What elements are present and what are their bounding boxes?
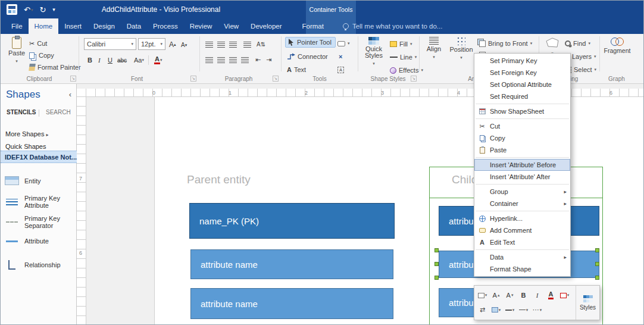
connector-button[interactable]: ⇄ bbox=[476, 304, 489, 316]
tab-developer[interactable]: Developer bbox=[245, 18, 287, 34]
selection-handle[interactable] bbox=[434, 276, 439, 280]
shape-style-button[interactable]: ▾ bbox=[476, 289, 489, 302]
align-right-button[interactable] bbox=[229, 39, 237, 50]
selection-handle[interactable] bbox=[434, 262, 439, 266]
effects-button[interactable]: Effects ▾ bbox=[390, 65, 423, 76]
text-block-tool-button[interactable]: A bbox=[337, 64, 344, 75]
align-button[interactable]: Align ▾ bbox=[422, 37, 446, 60]
shape-styles-dialog-launcher[interactable]: ↘ bbox=[411, 76, 417, 82]
menu-item-copy[interactable]: Copy bbox=[474, 132, 570, 144]
line-button[interactable]: Line ▾ bbox=[390, 52, 417, 62]
parent-entity-title[interactable]: Parent entity bbox=[187, 173, 251, 186]
arrow-style-button[interactable]: ▾ bbox=[517, 304, 530, 316]
menu-item-group[interactable]: Group▸ bbox=[474, 186, 570, 198]
tab-home[interactable]: Home bbox=[29, 18, 59, 34]
font-color-button[interactable]: A▾ bbox=[153, 55, 163, 65]
bullets-button[interactable] bbox=[243, 39, 251, 50]
tab-review[interactable]: Review bbox=[184, 18, 218, 34]
quick-shapes-link[interactable]: Quick Shapes bbox=[5, 143, 46, 150]
menu-item-edit-text[interactable]: AEdit Text bbox=[474, 236, 570, 248]
menu-item-paste[interactable]: Paste bbox=[474, 144, 570, 156]
tab-format-contextual[interactable]: Format bbox=[296, 18, 330, 34]
italic-button[interactable]: I bbox=[531, 289, 543, 302]
tab-process[interactable]: Process bbox=[147, 18, 184, 34]
format-painter-button[interactable]: Format Painter bbox=[29, 62, 81, 73]
tab-file[interactable]: File bbox=[5, 18, 29, 34]
visio-app-icon[interactable] bbox=[7, 4, 17, 15]
stencil-idef1x[interactable]: IDEF1X Database Not... bbox=[1, 151, 77, 163]
shape-gallery-button[interactable]: ▾ bbox=[337, 38, 350, 49]
shape-item-attribute[interactable]: Attribute bbox=[3, 238, 74, 245]
connection-point-tool-button[interactable]: × bbox=[339, 51, 342, 62]
clipboard-dialog-launcher[interactable]: ↘ bbox=[70, 76, 76, 82]
connector-tool-button[interactable]: Connector bbox=[287, 51, 328, 62]
align-bottom-button[interactable] bbox=[229, 55, 237, 65]
underline-button[interactable]: U bbox=[107, 55, 114, 65]
find-button[interactable]: Find ▾ bbox=[565, 38, 590, 49]
selection-handle[interactable] bbox=[595, 262, 599, 266]
font-size-select[interactable]: 12pt. ▾ bbox=[138, 38, 165, 50]
shape-item-relationship[interactable]: Relationship bbox=[3, 260, 74, 270]
change-case-button[interactable]: Aa▾ bbox=[133, 55, 145, 65]
line-button[interactable]: ▾ bbox=[504, 304, 516, 316]
menu-item-set-foreign-key[interactable]: Set Foreign Key bbox=[474, 67, 570, 79]
qat-customize-button[interactable]: ▾ bbox=[52, 7, 55, 12]
parent-entity-row-pk[interactable]: name_PK (PK) bbox=[189, 203, 395, 239]
grow-font-button[interactable]: A▴ bbox=[490, 289, 502, 302]
menu-item-add-comment[interactable]: Add Comment bbox=[474, 224, 570, 236]
align-middle-button[interactable] bbox=[217, 55, 225, 65]
menu-item-set-required[interactable]: Set Required bbox=[474, 90, 570, 102]
tab-stencils[interactable]: STENCILS bbox=[7, 109, 36, 115]
menu-item-insert-attribute-before[interactable]: Insert 'Attribute' Before bbox=[474, 159, 570, 171]
parent-entity-row[interactable]: attribute name bbox=[190, 288, 393, 319]
menu-item-insert-attribute-after[interactable]: Insert 'Attribute' After bbox=[474, 171, 570, 183]
grow-font-button[interactable]: A▴ bbox=[168, 39, 177, 49]
menu-item-container[interactable]: Container▸ bbox=[474, 198, 570, 210]
shape-item-primary-key-attribute[interactable]: Primary Key Attribute bbox=[3, 195, 74, 209]
tab-view[interactable]: View bbox=[218, 18, 245, 34]
more-shapes-link[interactable]: More Shapes ▸ bbox=[5, 130, 49, 138]
paste-button[interactable]: Paste ▾ bbox=[5, 37, 28, 64]
cut-button[interactable]: ✂ Cut bbox=[29, 38, 47, 49]
more-options-button[interactable]: ⋯▾ bbox=[531, 304, 543, 316]
fill-button[interactable]: Fill ▾ bbox=[390, 39, 412, 49]
increase-indent-button[interactable]: ⇥ bbox=[266, 54, 271, 65]
strikethrough-button[interactable]: abc bbox=[116, 55, 128, 65]
position-button[interactable]: Position ▾ bbox=[448, 37, 474, 61]
styles-button[interactable]: Styles bbox=[576, 286, 599, 320]
redo-button[interactable]: ↻ bbox=[39, 6, 46, 14]
quick-styles-button[interactable]: Quick Styles ▾ bbox=[360, 37, 387, 67]
undo-button[interactable]: ↶▾ bbox=[24, 6, 33, 14]
bring-to-front-button[interactable]: Bring to Front ▾ bbox=[477, 38, 532, 49]
text-tool-button[interactable]: A Text bbox=[287, 64, 306, 75]
font-dialog-launcher[interactable]: ↘ bbox=[190, 76, 196, 82]
font-color-button[interactable]: A bbox=[545, 289, 557, 302]
align-left-button[interactable] bbox=[205, 39, 213, 50]
menu-item-show-shapesheet[interactable]: Show ShapeSheet bbox=[474, 105, 570, 117]
pointer-tool-button[interactable]: Pointer Tool bbox=[285, 37, 336, 48]
menu-item-cut[interactable]: ✂Cut bbox=[474, 120, 570, 132]
tell-me-box[interactable]: Tell me what you want to do... bbox=[343, 18, 443, 34]
decrease-indent-button[interactable]: ⇤ bbox=[255, 54, 261, 65]
outline-color-button[interactable]: ▾ bbox=[558, 289, 571, 302]
tab-data[interactable]: Data bbox=[121, 18, 147, 34]
shrink-font-button[interactable]: A▾ bbox=[504, 289, 516, 302]
font-family-select[interactable]: Calibri ▾ bbox=[84, 38, 136, 50]
justify-button[interactable] bbox=[241, 55, 249, 65]
align-top-button[interactable] bbox=[205, 55, 213, 65]
italic-button[interactable]: I bbox=[97, 55, 102, 65]
selection-handle[interactable] bbox=[595, 276, 599, 280]
text-direction-button[interactable]: A⇅ bbox=[257, 39, 265, 50]
copy-button[interactable]: Copy bbox=[29, 50, 54, 61]
shape-item-entity[interactable]: Entity bbox=[3, 176, 74, 185]
tab-search[interactable]: SEARCH bbox=[46, 109, 71, 115]
collapse-panel-button[interactable]: ‹ bbox=[69, 90, 71, 99]
fill-button[interactable]: ▾ bbox=[490, 304, 502, 316]
menu-item-data[interactable]: Data▸ bbox=[474, 251, 570, 263]
selection-handle[interactable] bbox=[434, 248, 439, 252]
tab-design[interactable]: Design bbox=[87, 18, 121, 34]
menu-item-format-shape[interactable]: Format Shape bbox=[474, 263, 570, 275]
shape-item-primary-key-separator[interactable]: Primary Key Separator bbox=[3, 215, 74, 229]
align-center-button[interactable] bbox=[217, 39, 225, 50]
menu-item-set-optional-attribute[interactable]: Set Optional Attribute bbox=[474, 79, 570, 90]
